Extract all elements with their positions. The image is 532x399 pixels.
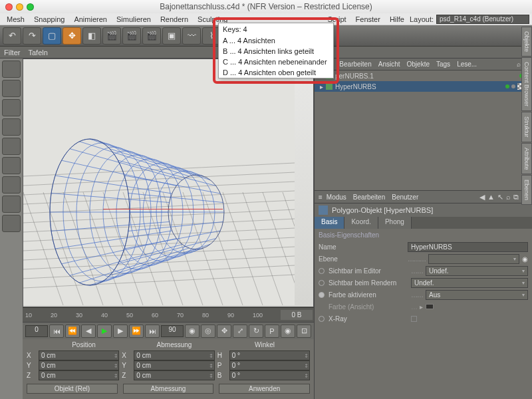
model-mode[interactable] [2,61,21,78]
search-icon[interactable]: ⌕ [506,193,511,201]
dock-tab[interactable]: Content Browser [521,57,532,111]
color-swatch[interactable] [426,304,434,309]
render-view-button[interactable]: 🎬 [102,27,121,45]
prop-ebene-field[interactable] [428,254,519,264]
perspective-viewport[interactable] [23,59,314,307]
chevron-right-icon[interactable]: ▸ [420,303,423,311]
object-mode[interactable] [2,99,21,116]
menu-animieren[interactable]: Animieren [70,15,111,23]
spline-button[interactable]: 〰 [182,27,201,45]
menu-hilfe[interactable]: Hilfe [386,15,408,23]
select-tool[interactable]: ▢ [43,27,61,45]
popup-item[interactable]: A ... 4 Ansichten [219,35,333,46]
tab-basis[interactable]: Basis [315,217,344,229]
prop-editor-vis-field[interactable]: Undef. [426,266,528,276]
render-settings-button[interactable]: 🎬 [142,27,161,45]
object-manager-list[interactable]: ▸ perNURBS.1 ▸ HyperNURBS [315,70,532,190]
object-row[interactable]: ▸ HyperNURBS [315,81,532,92]
tafeln-menu[interactable]: Tafeln [28,49,47,57]
move-tool[interactable]: ✥ [63,27,81,45]
anim-dot-icon[interactable] [319,268,325,274]
key-scale-button[interactable]: ⤢ [233,325,247,338]
am-bearbeiten[interactable]: Bearbeiten [353,194,385,201]
object-row[interactable]: ▸ perNURBS.1 [315,70,532,81]
cube-button[interactable]: ▣ [162,27,181,45]
nav-up-icon[interactable]: ▲ [487,193,495,201]
axis-x[interactable] [2,176,21,194]
coord-pos-Z[interactable]: 0 cm [39,370,119,380]
tab-phong[interactable]: Phong [378,217,412,229]
coord-pos-Y[interactable]: 0 cm [39,360,119,370]
om-tags[interactable]: Tags [436,61,450,68]
coord-rot-P[interactable]: 0 ° [229,360,310,370]
anim-dot-icon[interactable] [319,316,325,322]
axis-y[interactable] [2,196,21,213]
minimize-icon[interactable] [16,3,23,11]
popup-item[interactable]: C ... 4 Ansichten nebeneinander [219,57,333,67]
am-modus[interactable]: Modus [327,194,346,201]
step-fwd-button[interactable]: ⏩ [129,325,144,338]
prop-render-vis-field[interactable]: Undef. [411,278,528,288]
dock-tab[interactable]: Objekte [521,27,532,57]
coord-mode-button[interactable]: Objekt (Rel) [27,384,118,394]
record-button[interactable]: ◉ [185,325,200,338]
coord-apply-button[interactable]: Anwenden [219,384,310,394]
go-start-button[interactable]: ⏮ [49,325,64,338]
step-back-button[interactable]: ⏪ [65,325,80,338]
nav-back-icon[interactable]: ◀ [479,193,485,201]
axis-z[interactable] [2,215,21,232]
key-all-button[interactable]: ⊡ [297,325,311,338]
om-bearbeiten[interactable]: Bearbeiten [339,61,371,68]
dock-tab[interactable]: Ebenen [521,175,532,205]
key-pla-button[interactable]: ◉ [281,325,295,338]
menu-mesh[interactable]: Mesh [3,15,29,23]
frame-end[interactable]: 90 [161,325,184,337]
play-button[interactable]: ▶ [97,325,112,338]
key-pos-button[interactable]: ✥ [217,325,231,338]
coord-size-button[interactable]: Abmessung [123,384,214,394]
anim-dot-icon[interactable] [319,292,325,298]
zoom-icon[interactable] [27,3,34,11]
xray-checkbox[interactable] [411,316,417,322]
menu-fenster[interactable]: Fenster [352,15,384,23]
redo-button[interactable]: ↷ [23,27,41,45]
layout-dropdown[interactable]: psd_R14_c4d (Benutzer) [436,15,529,24]
menu-rendern[interactable]: Rendern [156,15,192,23]
nav-upleft-icon[interactable]: ↖ [497,193,503,201]
prim-button[interactable]: ◧ [82,27,101,45]
tab-koord[interactable]: Koord. [344,217,378,229]
om-lesezeichen[interactable]: Lese... [457,61,477,68]
coord-size-Y[interactable]: 0 cm [134,360,214,370]
autokey-button[interactable]: ◎ [201,325,215,338]
popup-item[interactable]: D ... 4 Ansichten oben geteilt [219,67,333,78]
prop-usecolor-field[interactable]: Aus [426,290,528,300]
keys-popup[interactable]: Keys: 4 A ... 4 Ansichten B ... 4 Ansich… [218,23,334,78]
coord-size-Z[interactable]: 0 cm [134,370,214,380]
texture-mode[interactable] [2,80,21,97]
menu-simulieren[interactable]: Simulieren [112,15,155,23]
coord-rot-H[interactable]: 0 ° [229,350,310,360]
next-frame-button[interactable]: ▶ [113,325,128,338]
om-ansicht[interactable]: Ansicht [378,61,400,68]
edge-mode[interactable] [2,138,21,155]
close-icon[interactable] [5,3,13,11]
am-benutzer[interactable]: Benutzer [392,194,418,201]
coord-rot-B[interactable]: 0 ° [229,370,310,380]
coord-size-X[interactable]: 0 cm [134,350,214,360]
key-param-button[interactable]: P [265,325,279,338]
timeline-ruler[interactable]: 10 20 30 40 50 60 70 80 90 100 0 B [23,307,314,322]
render-pv-button[interactable]: 🎬 [122,27,141,45]
point-mode[interactable] [2,118,21,136]
key-rot-button[interactable]: ↻ [249,325,263,338]
search-icon[interactable]: ⌕ [517,61,521,68]
frame-start[interactable]: 0 [25,325,48,337]
menu-snapping[interactable]: Snapping [30,15,69,23]
filter-menu[interactable]: Filter [4,49,20,57]
prop-name-field[interactable]: HyperNURBS [408,242,528,252]
anim-dot-icon[interactable] [319,280,325,286]
prev-frame-button[interactable]: ◀ [81,325,96,338]
poly-mode[interactable] [2,157,21,174]
go-end-button[interactable]: ⏭ [145,325,160,338]
popup-item[interactable]: B ... 4 Ansichten links geteilt [219,46,333,57]
dock-tab[interactable]: Attribute [521,143,532,175]
